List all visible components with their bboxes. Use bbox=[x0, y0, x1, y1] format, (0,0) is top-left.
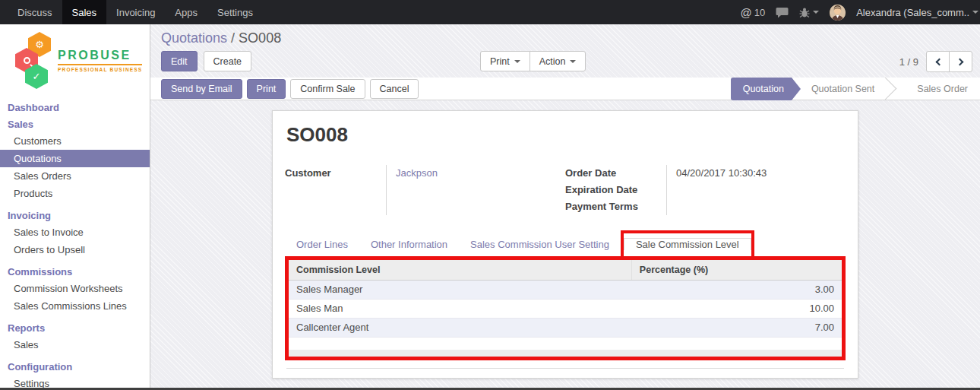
sidebar-item-reports-sales[interactable]: Sales bbox=[0, 336, 150, 354]
order-date-label: Order Date bbox=[565, 165, 666, 182]
chevron-left-icon bbox=[935, 58, 943, 65]
statusbar: Send by Email Print Confirm Sale Cancel … bbox=[150, 78, 980, 100]
control-panel: Quotations / SO008 Edit Create Print Act… bbox=[150, 24, 980, 78]
top-navbar: Discuss Sales Invoicing Apps Settings @ … bbox=[0, 0, 980, 24]
at-icon: @ bbox=[740, 6, 751, 19]
sidebar-item-dashboard[interactable]: Dashboard bbox=[0, 99, 150, 116]
chat-bubble-icon[interactable] bbox=[776, 7, 789, 18]
sidebar-section-invoicing[interactable]: Invoicing bbox=[0, 207, 150, 224]
send-by-email-button[interactable]: Send by Email bbox=[161, 79, 242, 99]
sidebar-item-customers[interactable]: Customers bbox=[0, 132, 150, 150]
menu-settings[interactable]: Settings bbox=[207, 0, 263, 24]
sidebar-item-orders-to-upsell[interactable]: Orders to Upsell bbox=[0, 241, 150, 258]
logo-hexagons: ⚙ ✓ bbox=[15, 32, 55, 88]
sidebar-section-reports[interactable]: Reports bbox=[0, 319, 150, 336]
table-row[interactable]: Sales Man 10.00 bbox=[289, 299, 842, 318]
status-step-quotation-sent[interactable]: Quotation Sent bbox=[792, 78, 887, 100]
debug-menu[interactable] bbox=[799, 7, 819, 18]
customer-label: Customer bbox=[285, 165, 386, 182]
tab-sale-commission-level[interactable]: Sale Commission Level bbox=[624, 238, 751, 250]
customer-value-link[interactable]: Jackpson bbox=[396, 167, 438, 179]
sidebar-item-sales-to-invoice[interactable]: Sales to Invoice bbox=[0, 224, 150, 241]
logo-subtitle: PROFESSIONAL BUSINESS bbox=[58, 67, 142, 72]
cell-level[interactable]: Sales Manager bbox=[289, 280, 631, 299]
print-button[interactable]: Print bbox=[247, 79, 286, 99]
step-separator bbox=[887, 78, 897, 100]
sidebar-section-configuration[interactable]: Configuration bbox=[0, 358, 150, 375]
cell-percentage[interactable]: 10.00 bbox=[631, 299, 842, 318]
notebook-tabs: Order Lines Other Information Sales Comm… bbox=[285, 230, 846, 256]
create-button[interactable]: Create bbox=[204, 51, 252, 71]
edit-button[interactable]: Edit bbox=[161, 51, 198, 71]
field-group: Customer Jackpson Order Date Expiration … bbox=[285, 165, 846, 215]
pager-previous-button[interactable] bbox=[926, 51, 950, 72]
table-header-row: Commission Level Percentage (%) bbox=[289, 260, 842, 280]
cell-level[interactable]: Callcenter Agent bbox=[289, 318, 631, 337]
breadcrumb: Quotations / SO008 bbox=[161, 30, 281, 46]
print-dropdown[interactable]: Print bbox=[480, 51, 530, 71]
expiration-date-value bbox=[676, 182, 846, 198]
menu-sales[interactable]: Sales bbox=[62, 0, 107, 24]
caret-down-icon bbox=[570, 60, 576, 63]
menu-invoicing[interactable]: Invoicing bbox=[106, 0, 165, 24]
pager-next-button[interactable] bbox=[949, 51, 972, 72]
pager-count: 1 / 9 bbox=[899, 56, 918, 68]
caret-down-icon bbox=[813, 11, 819, 14]
tab-sales-commission-user-setting[interactable]: Sales Commission User Setting bbox=[459, 233, 621, 256]
sidebar-item-sales-orders[interactable]: Sales Orders bbox=[0, 167, 150, 185]
header-commission-level[interactable]: Commission Level bbox=[289, 260, 631, 280]
mention-count: 10 bbox=[754, 7, 765, 18]
table-footer-strip bbox=[289, 350, 842, 357]
topbar-right-cluster: @ 10 bbox=[740, 5, 980, 21]
logo-rule bbox=[58, 64, 142, 65]
menu-apps[interactable]: Apps bbox=[165, 0, 207, 24]
sidebar-section-sales[interactable]: Sales bbox=[0, 116, 150, 132]
caret-down-icon bbox=[972, 11, 978, 14]
payment-terms-label: Payment Terms bbox=[565, 198, 666, 215]
header-percentage[interactable]: Percentage (%) bbox=[631, 260, 842, 280]
sidebar-item-commission-worksheets[interactable]: Commission Worksheets bbox=[0, 280, 150, 297]
document-title: SO008 bbox=[286, 123, 846, 147]
tab-other-information[interactable]: Other Information bbox=[359, 233, 459, 256]
main-content: Quotations / SO008 Edit Create Print Act… bbox=[150, 24, 980, 390]
cell-percentage[interactable]: 7.00 bbox=[631, 318, 842, 337]
logo-title: PROBUSE bbox=[58, 49, 142, 62]
sidebar-section-commissions[interactable]: Commissions bbox=[0, 263, 150, 280]
probuse-logo: ⚙ ✓ PROBUSE PROFESSIONAL BUSINESS bbox=[15, 32, 144, 88]
chevron-right-icon bbox=[956, 58, 963, 65]
payment-terms-value bbox=[676, 198, 846, 215]
sidebar-item-products[interactable]: Products bbox=[0, 185, 150, 202]
sidebar-item-sales-commissions-lines[interactable]: Sales Commissions Lines bbox=[0, 297, 150, 315]
commission-level-table: Commission Level Percentage (%) Sales Ma… bbox=[289, 260, 842, 338]
status-step-quotation[interactable]: Quotation bbox=[731, 78, 792, 100]
red-highlight-table-box: Commission Level Percentage (%) Sales Ma… bbox=[285, 256, 846, 360]
avatar[interactable] bbox=[830, 5, 846, 21]
user-menu[interactable]: Alexandra (Sales_comm.. bbox=[856, 7, 978, 18]
red-highlight-tab-box: Sale Commission Level bbox=[621, 230, 754, 259]
cell-percentage[interactable]: 3.00 bbox=[631, 280, 842, 299]
cell-level[interactable]: Sales Man bbox=[289, 299, 631, 318]
top-menu: Discuss Sales Invoicing Apps Settings bbox=[0, 0, 263, 24]
sheet-divider bbox=[286, 368, 844, 369]
cancel-button[interactable]: Cancel bbox=[370, 79, 419, 99]
order-date-value: 04/20/2017 10:30:43 bbox=[676, 165, 846, 182]
confirm-sale-button[interactable]: Confirm Sale bbox=[290, 79, 365, 99]
bug-icon bbox=[799, 7, 810, 18]
breadcrumb-separator: / bbox=[231, 30, 235, 46]
breadcrumb-current: SO008 bbox=[239, 30, 281, 46]
caret-down-icon bbox=[514, 60, 520, 63]
table-row[interactable]: Callcenter Agent 7.00 bbox=[289, 318, 842, 337]
sidebar-nav: Dashboard Sales Customers Quotations Sal… bbox=[0, 99, 150, 390]
sidebar: ⚙ ✓ PROBUSE PROFESSIONAL BUSINESS Dashbo… bbox=[0, 24, 150, 390]
action-dropdown[interactable]: Action bbox=[530, 51, 586, 71]
status-step-sales-order[interactable]: Sales Order bbox=[897, 78, 980, 100]
mentions-indicator[interactable]: @ 10 bbox=[740, 6, 765, 19]
table-row[interactable]: Sales Manager 3.00 bbox=[289, 280, 842, 299]
sidebar-item-quotations[interactable]: Quotations bbox=[0, 150, 150, 167]
status-pipeline: Quotation Quotation Sent Sales Order bbox=[731, 78, 980, 100]
tab-order-lines[interactable]: Order Lines bbox=[285, 233, 359, 256]
breadcrumb-quotations[interactable]: Quotations bbox=[161, 30, 227, 46]
menu-discuss[interactable]: Discuss bbox=[8, 0, 62, 24]
table-empty-area bbox=[289, 338, 842, 350]
form-sheet: SO008 Customer Jackpson Order Date Expir… bbox=[272, 110, 858, 379]
